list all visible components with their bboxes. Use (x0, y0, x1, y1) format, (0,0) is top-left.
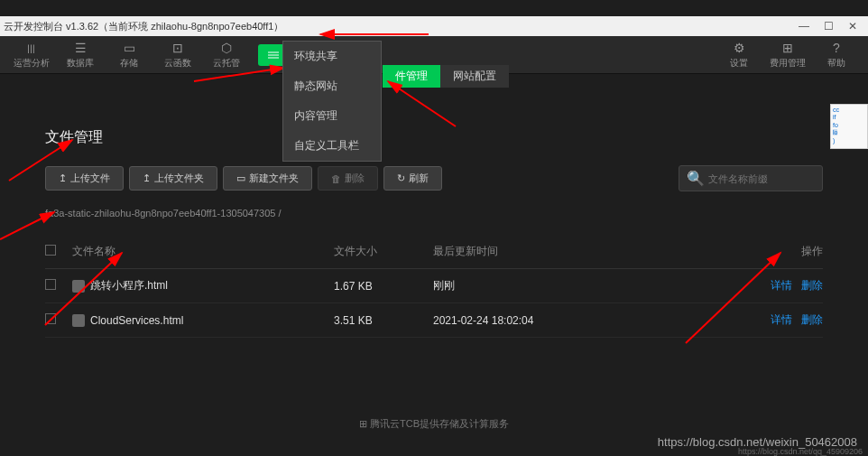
dropdown-custom-toolbar[interactable]: 自定义工具栏 (283, 131, 381, 161)
action-button-row: ↥上传文件 ↥上传文件夹 ▭新建文件夹 🗑删除 ↻刷新 🔍 (45, 165, 823, 191)
more-dropdown-menu: 环境共享 静态网站 内容管理 自定义工具栏 (282, 41, 382, 162)
trash-icon: 🗑 (331, 173, 341, 184)
dropdown-env-share[interactable]: 环境共享 (283, 42, 381, 71)
row-checkbox[interactable] (45, 279, 56, 290)
page-tabs: 件管理 网站配置 (383, 65, 509, 88)
upload-icon: ↥ (59, 172, 67, 184)
titlebar: 云开发控制台 v1.3.62（当前环境 zhilaohu-8gn8npo7eeb… (0, 16, 868, 36)
watermark-small: https://blog.csdn.net/qq_45909206 (738, 447, 863, 456)
file-size: 3.51 KB (334, 314, 433, 327)
file-time: 刚刚 (433, 278, 751, 293)
footer-text: ⊞ 腾讯云TCB提供存储及计算服务 (0, 417, 868, 431)
toolbar-hosting[interactable]: ⬡云托管 (202, 38, 251, 72)
delete-button[interactable]: 🗑删除 (318, 166, 378, 191)
row-checkbox[interactable] (45, 313, 56, 324)
window-title: 云开发控制台 v1.3.62（当前环境 zhilaohu-8gn8npo7eeb… (4, 20, 799, 33)
upload-folder-button[interactable]: ↥上传文件夹 (129, 166, 217, 191)
upload-file-button[interactable]: ↥上传文件 (45, 166, 124, 191)
file-name: CloudServices.html (90, 314, 183, 327)
toolbar-billing[interactable]: ⊞费用管理 (763, 38, 812, 72)
toolbar-storage[interactable]: ▭存储 (105, 38, 153, 72)
database-icon: ☰ (75, 41, 87, 55)
delete-link[interactable]: 删除 (801, 278, 823, 293)
storage-icon: ▭ (124, 41, 135, 55)
cube-icon: ⬡ (221, 41, 232, 55)
page-title: 文件管理 (45, 128, 823, 147)
header-actions: 操作 (751, 244, 823, 259)
file-name: 跳转小程序.html (90, 278, 168, 293)
refresh-icon: ↻ (397, 172, 405, 184)
breadcrumb[interactable]: fa3a-static-zhilaohu-8gn8npo7eeb40ff1-13… (45, 208, 823, 219)
upload-icon: ↥ (143, 172, 151, 184)
dropdown-content-mgmt[interactable]: 内容管理 (283, 101, 381, 131)
minimize-button[interactable]: — (799, 20, 809, 33)
billing-icon: ⊞ (782, 41, 793, 55)
detail-link[interactable]: 详情 (771, 312, 792, 328)
toolbar-settings[interactable]: ⚙设置 (715, 38, 763, 72)
file-size: 1.67 KB (334, 280, 433, 293)
new-folder-button[interactable]: ▭新建文件夹 (223, 166, 312, 191)
toolbar-help[interactable]: ?帮助 (812, 38, 861, 72)
file-table: 文件名称 文件大小 最后更新时间 操作 跳转小程序.html 1.67 KB 刚… (45, 235, 823, 338)
toolbar-analytics[interactable]: ⫼运营分析 (7, 38, 56, 72)
tab-file-mgmt[interactable]: 件管理 (383, 65, 440, 88)
search-box[interactable]: 🔍 (679, 165, 823, 191)
header-name: 文件名称 (72, 244, 334, 259)
tab-site-config[interactable]: 网站配置 (440, 65, 509, 88)
detail-link[interactable]: 详情 (771, 278, 792, 293)
dropdown-static-site[interactable]: 静态网站 (283, 71, 381, 101)
file-icon (72, 314, 85, 327)
maximize-button[interactable]: ☐ (824, 20, 834, 33)
toolbar-database[interactable]: ☰数据库 (56, 38, 105, 72)
refresh-button[interactable]: ↻刷新 (383, 166, 442, 191)
window-controls: — ☐ ✕ (799, 20, 864, 33)
help-icon: ? (833, 41, 840, 55)
table-header: 文件名称 文件大小 最后更新时间 操作 (45, 235, 823, 269)
header-size: 文件大小 (334, 244, 433, 259)
file-time: 2021-02-24 18:02:04 (433, 314, 751, 327)
folder-icon: ▭ (236, 172, 245, 184)
table-row[interactable]: 跳转小程序.html 1.67 KB 刚刚 详情删除 (45, 269, 823, 303)
file-icon (72, 280, 85, 293)
select-all-checkbox[interactable] (45, 245, 56, 256)
close-button[interactable]: ✕ (848, 20, 857, 33)
table-row[interactable]: CloudServices.html 3.51 KB 2021-02-24 18… (45, 303, 823, 338)
function-icon: ⊡ (172, 41, 183, 55)
search-input[interactable] (708, 173, 833, 184)
search-icon: 🔍 (687, 170, 705, 187)
code-snippet-overlay: cciffolo) (830, 104, 868, 149)
chart-icon: ⫼ (25, 41, 38, 55)
gear-icon: ⚙ (734, 41, 745, 55)
header-time: 最后更新时间 (433, 244, 751, 259)
toolbar-functions[interactable]: ⊡云函数 (153, 38, 202, 72)
delete-link[interactable]: 删除 (801, 312, 823, 328)
svg-line-2 (388, 81, 456, 126)
